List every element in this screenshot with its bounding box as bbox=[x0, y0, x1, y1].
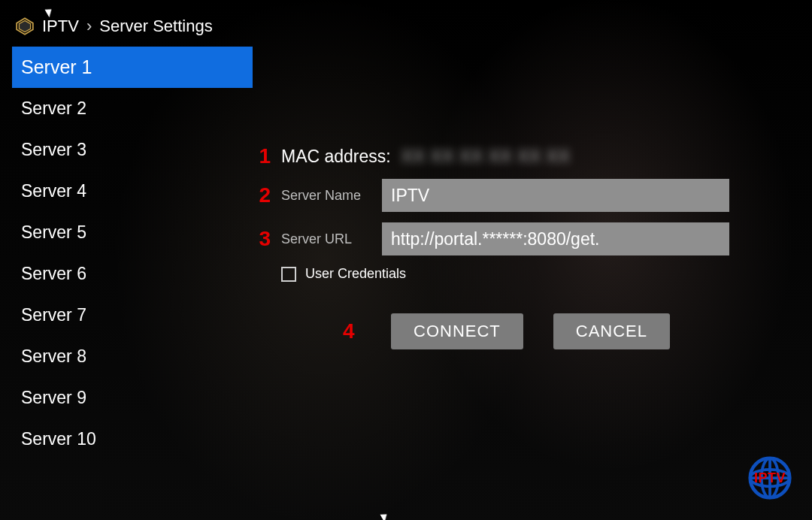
sidebar-item-label: Server 4 bbox=[21, 181, 86, 201]
sidebar-item-label: Server 5 bbox=[21, 222, 86, 242]
connect-button-label: CONNECT bbox=[414, 322, 501, 341]
server-url-value: http://portal.******:8080/get. bbox=[391, 229, 599, 249]
server-url-input[interactable]: http://portal.******:8080/get. bbox=[382, 222, 729, 255]
sidebar-item-server-3[interactable]: Server 3 bbox=[12, 129, 253, 171]
sidebar-item-server-10[interactable]: Server 10 bbox=[12, 419, 253, 460]
server-settings-panel: 1 MAC address: XX XX XX XX XX XX 2 Serve… bbox=[253, 47, 812, 460]
user-credentials-row[interactable]: User Credentials bbox=[281, 266, 729, 282]
server-list: Server 1 Server 2 Server 3 Server 4 Serv… bbox=[12, 47, 253, 460]
sidebar-item-server-8[interactable]: Server 8 bbox=[12, 336, 253, 377]
mac-address-label: MAC address: bbox=[281, 147, 391, 167]
sidebar-item-label: Server 2 bbox=[21, 98, 86, 118]
connect-button[interactable]: CONNECT bbox=[391, 313, 523, 349]
sidebar-item-label: Server 3 bbox=[21, 140, 86, 159]
sidebar-item-server-9[interactable]: Server 9 bbox=[12, 377, 253, 419]
sidebar-item-label: Server 10 bbox=[21, 429, 96, 449]
iptv-watermark-icon: IPTV bbox=[743, 451, 797, 505]
watermark-text: IPTV bbox=[754, 470, 786, 486]
annotation-2: 2 bbox=[253, 183, 271, 207]
cancel-button[interactable]: CANCEL bbox=[553, 313, 670, 349]
user-credentials-checkbox[interactable] bbox=[281, 267, 296, 282]
server-url-row: 3 Server URL http://portal.******:8080/g… bbox=[253, 222, 729, 255]
user-credentials-label: User Credentials bbox=[305, 266, 406, 282]
breadcrumb-page: Server Settings bbox=[99, 17, 212, 36]
mac-address-row: 1 MAC address: XX XX XX XX XX XX bbox=[253, 144, 729, 168]
server-name-value: IPTV bbox=[391, 186, 429, 206]
cursor-icon bbox=[380, 512, 390, 520]
server-name-row: 2 Server Name IPTV bbox=[253, 179, 729, 212]
server-name-label: Server Name bbox=[281, 188, 371, 204]
sidebar-item-label: Server 1 bbox=[21, 56, 92, 77]
annotation-4: 4 bbox=[343, 319, 361, 343]
annotation-3: 3 bbox=[253, 227, 271, 251]
sidebar-item-server-4[interactable]: Server 4 bbox=[12, 171, 253, 212]
cancel-button-label: CANCEL bbox=[576, 322, 647, 341]
breadcrumb-app[interactable]: IPTV bbox=[42, 17, 79, 36]
chevron-right-icon: › bbox=[86, 17, 92, 36]
sidebar-item-label: Server 7 bbox=[21, 305, 86, 325]
sidebar-item-label: Server 9 bbox=[21, 388, 86, 407]
mac-address-value: XX XX XX XX XX XX bbox=[401, 147, 571, 167]
svg-marker-1 bbox=[19, 20, 30, 32]
button-row: 4 CONNECT CANCEL bbox=[253, 313, 729, 349]
sidebar-item-label: Server 6 bbox=[21, 264, 86, 283]
server-name-input[interactable]: IPTV bbox=[382, 179, 729, 212]
sidebar-item-server-7[interactable]: Server 7 bbox=[12, 295, 253, 336]
sidebar-item-server-2[interactable]: Server 2 bbox=[12, 88, 253, 129]
breadcrumb: IPTV › Server Settings bbox=[0, 0, 812, 47]
sidebar-item-server-1[interactable]: Server 1 bbox=[12, 47, 253, 88]
sidebar-item-server-5[interactable]: Server 5 bbox=[12, 212, 253, 253]
sidebar-item-label: Server 8 bbox=[21, 346, 86, 366]
annotation-1: 1 bbox=[253, 144, 271, 168]
sidebar-item-server-6[interactable]: Server 6 bbox=[12, 253, 253, 295]
app-logo-icon bbox=[15, 17, 35, 36]
server-url-label: Server URL bbox=[281, 231, 371, 247]
